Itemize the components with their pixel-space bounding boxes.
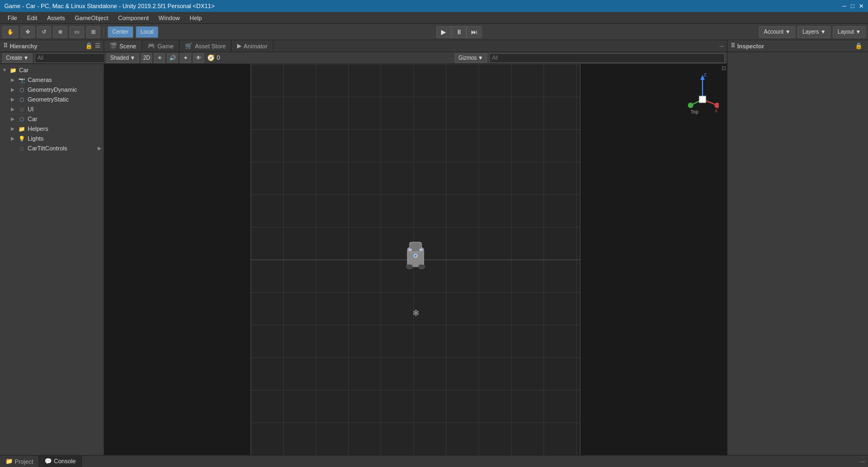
account-dropdown[interactable]: Account ▼	[759, 26, 795, 38]
inspector-panel: ⠿ Inspector 🔒	[727, 40, 868, 455]
account-arrow-icon: ▼	[785, 29, 790, 35]
expand-arrow-ui: ▶	[11, 106, 17, 112]
hierarchy-search[interactable]	[35, 53, 109, 63]
menu-assets[interactable]: Assets	[43, 14, 69, 22]
folder-icon-helpers: 📁	[17, 124, 26, 133]
center-panel: 🎬 Scene 🎮 Game 🛒 Asset Store ▶ Animator …	[104, 40, 727, 455]
center-btn[interactable]: Center	[107, 26, 133, 38]
minimize-btn[interactable]: ─	[843, 3, 847, 10]
2d-btn[interactable]: 2D	[141, 53, 152, 63]
move-tool-btn[interactable]: ✥	[21, 26, 35, 38]
asset-store-tab-label: Asset Store	[195, 43, 226, 49]
svg-point-2	[406, 264, 413, 269]
lighting-btn[interactable]: ☀	[154, 53, 165, 63]
tab-asset-store[interactable]: 🛒 Asset Store	[180, 40, 232, 52]
svg-text:Z: Z	[704, 72, 707, 78]
item-label-helpers: Helpers	[28, 125, 48, 132]
layers-dropdown[interactable]: Layers ▼	[797, 26, 831, 38]
cube-icon-geostatic: ⬡	[17, 95, 26, 104]
maximize-btn[interactable]: □	[851, 3, 854, 10]
hierarchy-item-car-root[interactable]: ▼ 📁 Car	[0, 65, 104, 75]
layout-label: Layout	[838, 29, 854, 35]
hierarchy-item-geodyn[interactable]: ▶ ⬡ GeometryDynamic	[0, 85, 104, 94]
shading-arrow-icon: ▼	[130, 55, 135, 61]
item-label-geodyn: GeometryDynamic	[28, 86, 77, 93]
v-divider-right	[580, 64, 580, 455]
scene-viewport[interactable]: ❄ Z X T	[104, 64, 727, 455]
menu-help[interactable]: Help	[185, 14, 206, 22]
hand-tool-btn[interactable]: ✋	[2, 26, 18, 38]
hierarchy-item-geostatic[interactable]: ▶ ⬡ GeometryStatic	[0, 94, 104, 104]
gizmos-label: Gizmos	[458, 55, 477, 61]
expand-arrow-helpers: ▶	[11, 126, 17, 131]
svg-rect-4	[409, 249, 412, 251]
menu-component[interactable]: Component	[113, 14, 153, 22]
gizmos-dropdown[interactable]: Gizmos ▼	[455, 53, 487, 63]
menu-file[interactable]: File	[3, 14, 22, 22]
close-btn[interactable]: ✕	[859, 3, 864, 10]
pause-btn[interactable]: ⏸	[451, 26, 467, 38]
expand-arrow-car-child: ▶	[11, 116, 17, 122]
hierarchy-item-ui[interactable]: ▶ □ UI	[0, 104, 104, 114]
menu-window[interactable]: Window	[154, 14, 184, 22]
car-object[interactable]	[402, 237, 429, 275]
gameobj-icon-ui: □	[17, 105, 26, 113]
scene-max-btn[interactable]: ⊡	[722, 65, 726, 71]
tab-scene[interactable]: 🎬 Scene	[104, 40, 142, 52]
toolbar-sep-1	[104, 27, 104, 37]
effects-btn[interactable]: ✦	[180, 53, 191, 63]
toolbar: ✋ ✥ ↺ ⊕ ▭ ⊞ Center Local ▶ ⏸ ⏭ Account ▼…	[0, 24, 868, 40]
rotate-tool-btn[interactable]: ↺	[37, 26, 51, 38]
hierarchy-header: ⠿ Hierarchy 🔒 ☰	[0, 40, 104, 52]
transform-tool-btn[interactable]: ⊞	[86, 26, 100, 38]
inspector-lock-btn[interactable]: 🔒	[853, 42, 865, 49]
hierarchy-toolbar: Create ▼	[0, 52, 104, 64]
hierarchy-item-car-child[interactable]: ▶ ⬡ Car	[0, 114, 104, 124]
tab-game[interactable]: 🎮 Game	[142, 40, 180, 52]
hierarchy-lock-icon[interactable]: 🔒	[85, 42, 93, 49]
create-button[interactable]: Create ▼	[2, 53, 33, 63]
scene-left-dark	[104, 64, 251, 455]
svg-point-6	[414, 254, 417, 257]
svg-rect-15	[699, 96, 706, 103]
hierarchy-drag-icon: ⠿	[3, 42, 8, 49]
bottom-minimize-btn[interactable]: ─	[857, 456, 868, 467]
audio-btn[interactable]: 🔊	[167, 53, 178, 63]
car-svg	[402, 237, 429, 275]
main-layout: ⠿ Hierarchy 🔒 ☰ Create ▼ ▼ 📁 Car ▶	[0, 40, 868, 455]
scene-tab-icon: 🎬	[110, 42, 117, 49]
hierarchy-menu-icon[interactable]: ☰	[95, 42, 100, 49]
menu-gameobject[interactable]: GameObject	[71, 14, 113, 22]
inspector-drag-icon: ⠿	[731, 42, 735, 49]
layers-arrow-icon: ▼	[820, 29, 826, 35]
hidden-btn[interactable]: 👁	[193, 53, 204, 63]
hierarchy-item-cartilt[interactable]: □ CarTiltControls ▶	[0, 143, 104, 153]
svg-point-11	[714, 103, 719, 108]
project-tab-label: Project	[15, 458, 33, 465]
folder-icon-car: 📁	[9, 66, 17, 74]
animator-tab-label: Animator	[244, 43, 267, 49]
gizmos-arrow-icon: ▼	[478, 55, 483, 61]
tab-animator[interactable]: ▶ Animator	[232, 40, 273, 52]
scale-tool-btn[interactable]: ⊕	[53, 26, 67, 38]
cube-icon-geodyn: ⬡	[17, 85, 26, 94]
step-btn[interactable]: ⏭	[467, 26, 482, 38]
inspector-title: Inspector	[737, 43, 764, 49]
tab-spacer	[273, 40, 716, 52]
hierarchy-item-cameras[interactable]: ▶ 📷 Cameras	[0, 75, 104, 85]
hierarchy-item-lights[interactable]: ▶ 💡 Lights	[0, 134, 104, 143]
item-label-ui: UI	[28, 106, 34, 112]
tab-console[interactable]: 💬 Console	[39, 456, 81, 467]
shading-dropdown[interactable]: Shaded ▼	[106, 53, 139, 63]
scene-search[interactable]	[489, 53, 725, 63]
play-btn[interactable]: ▶	[436, 26, 451, 38]
rect-tool-btn[interactable]: ▭	[69, 26, 84, 38]
layers-label: Layers	[802, 29, 819, 35]
layout-dropdown[interactable]: Layout ▼	[833, 26, 866, 38]
light-icon-lights: 💡	[17, 134, 26, 143]
local-btn[interactable]: Local	[136, 26, 158, 38]
scene-minimize-btn[interactable]: ─	[716, 40, 727, 52]
menu-edit[interactable]: Edit	[23, 14, 42, 22]
tab-project[interactable]: 📁 Project	[0, 456, 39, 467]
hierarchy-item-helpers[interactable]: ▶ 📁 Helpers	[0, 124, 104, 134]
